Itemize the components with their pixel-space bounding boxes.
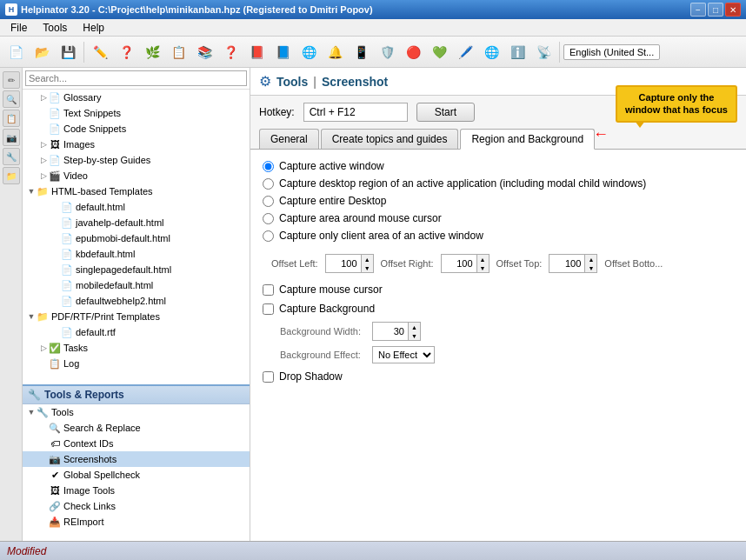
bottom-tree-item[interactable]: 🏷Context IDs: [23, 436, 250, 451]
tb-globe[interactable]: 🌐: [296, 40, 321, 64]
tb-new[interactable]: 📄: [3, 40, 28, 64]
offset-left-up[interactable]: ▲: [361, 255, 373, 263]
tree-item[interactable]: ▷🖼Images: [23, 137, 250, 152]
minimize-button[interactable]: −: [690, 3, 706, 17]
offset-top-up[interactable]: ▲: [584, 255, 596, 263]
tree-expand-icon: ▼: [26, 312, 37, 321]
language-selector[interactable]: English (United St...: [563, 44, 660, 60]
left-icon-4[interactable]: 📷: [3, 129, 20, 146]
offset-top-input[interactable]: [550, 255, 584, 272]
menu-file[interactable]: File: [3, 20, 34, 36]
bottom-tree-item[interactable]: ✔Global Spellcheck: [23, 467, 250, 483]
radio-entire-desktop-label: Capture entire Desktop: [279, 195, 386, 207]
start-button[interactable]: Start: [416, 103, 475, 122]
offset-top-down[interactable]: ▼: [584, 263, 596, 272]
close-button[interactable]: ✕: [725, 3, 741, 17]
tb-feed[interactable]: 📡: [531, 40, 556, 64]
radio-entire-desktop-input[interactable]: [263, 196, 274, 207]
tree-item[interactable]: ▼📁HTML-based Templates: [23, 183, 250, 199]
capture-mouse-checkbox[interactable]: [263, 284, 274, 296]
radio-active-window-input[interactable]: [263, 161, 274, 172]
left-icon-3[interactable]: 📋: [3, 110, 20, 127]
tb-word[interactable]: 📘: [270, 40, 295, 64]
tree-item[interactable]: 📄epubmobi-default.html: [23, 230, 250, 246]
tree-item[interactable]: 📄default.html: [23, 199, 250, 215]
menu-help[interactable]: Help: [76, 20, 111, 36]
capture-bg-checkbox[interactable]: [263, 303, 274, 315]
offset-left-down[interactable]: ▼: [361, 263, 373, 272]
offset-right-down[interactable]: ▼: [476, 263, 489, 272]
tree-item[interactable]: 📄singlepagedefault.html: [23, 262, 250, 277]
tb-stop[interactable]: 🔴: [401, 40, 425, 64]
tree-node-label: Tools: [51, 407, 74, 417]
bottom-tree-item[interactable]: 🖼Image Tools: [23, 483, 250, 498]
tb-doc[interactable]: 📋: [166, 40, 190, 64]
tree-item[interactable]: ▷📄Step-by-step Guides: [23, 152, 250, 168]
tree-search-input[interactable]: [25, 70, 247, 86]
bottom-tree-item[interactable]: 📷Screenshots: [23, 451, 250, 467]
radio-desktop-region-input[interactable]: [263, 178, 274, 190]
tree-item[interactable]: ▷✅Tasks: [23, 340, 250, 356]
bottom-tree-item[interactable]: ▼🔧Tools: [23, 404, 250, 420]
tb-save[interactable]: 💾: [56, 40, 80, 64]
radio-mouse-area-input[interactable]: [263, 213, 274, 224]
bottom-tree-item[interactable]: 🔍Search & Replace: [23, 420, 250, 436]
tree-item[interactable]: 📋Log: [23, 356, 250, 371]
tree-item[interactable]: ▷🎬Video: [23, 168, 250, 183]
tb-green[interactable]: 🌿: [140, 40, 164, 64]
tab-region-background[interactable]: Region and Background: [460, 129, 595, 150]
hotkey-label: Hotkey:: [259, 106, 295, 118]
tree-item[interactable]: 📄Code Snippets: [23, 121, 250, 137]
tree-expand-icon: ▼: [26, 408, 37, 417]
tab-create-topics[interactable]: Create topics and guides: [321, 129, 459, 149]
radio-capture-client-area[interactable]: Capture only client area of an active wi…: [263, 230, 734, 242]
left-icon-6[interactable]: 📁: [3, 167, 20, 184]
left-icon-5[interactable]: 🔧: [3, 148, 20, 165]
bottom-tree-item[interactable]: 📥REImport: [23, 514, 250, 530]
tb-phone[interactable]: 📱: [349, 40, 373, 64]
tb-wp[interactable]: 🌐: [479, 40, 503, 64]
tb-pen[interactable]: 🖊️: [453, 40, 477, 64]
tree-item[interactable]: 📄javahelp-default.html: [23, 215, 250, 230]
bottom-tree-item[interactable]: 🔗Check Links: [23, 498, 250, 514]
hotkey-input[interactable]: [303, 103, 408, 122]
left-icon-1[interactable]: ✏: [3, 71, 20, 89]
tb-shield[interactable]: 🛡️: [375, 40, 399, 64]
bg-width-down[interactable]: ▼: [408, 331, 420, 340]
tb-info[interactable]: ℹ️: [505, 40, 530, 64]
tb-q[interactable]: ❓: [218, 40, 243, 64]
tb-help[interactable]: ❓: [114, 40, 138, 64]
tree-item[interactable]: 📄Text Snippets: [23, 105, 250, 121]
tab-general[interactable]: General: [259, 129, 319, 149]
bg-effect-select[interactable]: No Effect Blur Darken: [372, 346, 435, 363]
radio-capture-desktop-region[interactable]: Capture desktop region of an active appl…: [263, 177, 734, 190]
tree-item[interactable]: 📄mobiledefault.html: [23, 277, 250, 293]
tb-book[interactable]: 📚: [192, 40, 216, 64]
drop-shadow-checkbox[interactable]: [263, 371, 274, 383]
tree-scroll: ▷📄Glossary📄Text Snippets📄Code Snippets▷🖼…: [23, 90, 250, 384]
radio-capture-entire-desktop[interactable]: Capture entire Desktop: [263, 195, 734, 207]
arrow-indicator: ←: [593, 125, 609, 143]
tb-edit[interactable]: ✏️: [88, 40, 112, 64]
background-fields: Background Width: ▲ ▼ Background Effect:…: [263, 322, 734, 363]
tree-item[interactable]: ▷📄Glossary: [23, 90, 250, 105]
tb-bell[interactable]: 🔔: [323, 40, 347, 64]
bg-width-input[interactable]: [373, 323, 408, 340]
tb-pdf[interactable]: 📕: [244, 40, 269, 64]
menu-tools[interactable]: Tools: [36, 20, 74, 36]
tree-item[interactable]: 📄kbdefault.html: [23, 246, 250, 262]
tree-item[interactable]: ▼📁PDF/RTF/Print Templates: [23, 309, 250, 324]
tree-item[interactable]: 📄default.rtf: [23, 324, 250, 340]
bg-width-up[interactable]: ▲: [408, 323, 420, 331]
radio-capture-mouse-area[interactable]: Capture area around mouse cursor: [263, 212, 734, 224]
left-icon-2[interactable]: 🔍: [3, 90, 20, 108]
tb-open[interactable]: 📂: [30, 40, 54, 64]
offset-left-input[interactable]: [326, 255, 361, 272]
offset-right-input[interactable]: [442, 255, 476, 272]
offset-right-up[interactable]: ▲: [476, 255, 489, 263]
radio-client-area-input[interactable]: [263, 230, 274, 242]
tb-green2[interactable]: 💚: [427, 40, 451, 64]
maximize-button[interactable]: □: [708, 3, 723, 17]
radio-capture-active-window[interactable]: Capture active window: [263, 160, 734, 172]
tree-item[interactable]: 📄defaultwebhelp2.html: [23, 293, 250, 309]
